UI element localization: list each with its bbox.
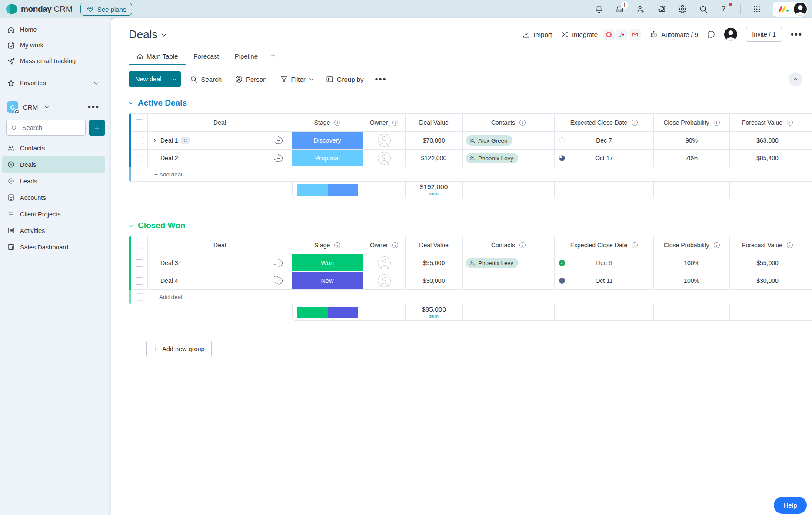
- owner-avatar-placeholder[interactable]: [378, 274, 391, 287]
- settings-gear-icon[interactable]: [678, 4, 687, 14]
- deal-value-cell[interactable]: $55,000: [406, 254, 463, 272]
- add-new-group-button[interactable]: + Add new group: [146, 341, 212, 357]
- info-icon[interactable]: i: [519, 242, 526, 248]
- board-discussion-icon[interactable]: [707, 30, 715, 39]
- chevron-down-icon[interactable]: [94, 80, 99, 85]
- row-checkbox[interactable]: [136, 155, 143, 162]
- forecast-value-cell[interactable]: $55,000: [730, 254, 805, 272]
- owner-cell[interactable]: [363, 272, 406, 290]
- apps-marketplace-icon[interactable]: [657, 4, 666, 14]
- info-icon[interactable]: i: [787, 242, 793, 248]
- expected-close-date-cell[interactable]: Dec 7: [555, 132, 654, 150]
- deal-value-cell[interactable]: $30,000: [406, 272, 463, 290]
- stage-label[interactable]: New: [292, 272, 363, 289]
- column-header-close-probability[interactable]: Close Probabilityi: [654, 113, 730, 132]
- owner-avatar-placeholder[interactable]: [378, 152, 391, 165]
- contact-chip[interactable]: Phoenix Levy: [466, 258, 518, 268]
- filter-button[interactable]: Filter: [276, 72, 317, 87]
- help-button[interactable]: Help: [774, 497, 807, 514]
- sidebar-item-home[interactable]: Home: [0, 22, 111, 37]
- person-filter-button[interactable]: Person: [230, 72, 271, 87]
- board-owner-avatar[interactable]: [724, 28, 737, 41]
- info-icon[interactable]: i: [714, 242, 720, 248]
- select-all-checkbox[interactable]: [136, 119, 143, 126]
- contacts-cell[interactable]: [463, 272, 555, 290]
- close-probability-cell[interactable]: 90%: [654, 132, 730, 150]
- column-header-expected-close-date[interactable]: Expected Close Datei: [555, 236, 654, 254]
- row-checkbox[interactable]: [136, 137, 143, 144]
- subitem-count-badge[interactable]: 3: [181, 137, 189, 144]
- owner-avatar-placeholder[interactable]: [378, 256, 391, 269]
- add-update-icon[interactable]: [274, 136, 283, 145]
- add-update-icon[interactable]: [274, 154, 283, 163]
- integration-app-badges[interactable]: [603, 29, 641, 40]
- product-switcher-grid-icon[interactable]: [752, 4, 762, 14]
- group-by-button[interactable]: Group by: [321, 72, 368, 87]
- column-header-owner[interactable]: Owneri: [363, 113, 406, 132]
- sidebar-workspace-crm[interactable]: C CRM •••: [0, 97, 111, 116]
- automate-button[interactable]: Automate / 9: [649, 30, 698, 39]
- owner-cell[interactable]: [363, 132, 406, 150]
- column-header-forecast-value[interactable]: Forecast Valuei: [730, 113, 805, 132]
- owner-cell[interactable]: [363, 254, 406, 272]
- add-view-button[interactable]: +: [266, 47, 281, 65]
- import-button[interactable]: Import: [522, 30, 552, 39]
- toolbar-more-options-icon[interactable]: •••: [373, 77, 389, 81]
- notifications-bell-icon[interactable]: [594, 4, 604, 14]
- new-deal-button[interactable]: New deal: [129, 71, 181, 87]
- sidebar-search-input[interactable]: [21, 124, 81, 132]
- forecast-value-cell[interactable]: $63,000: [730, 132, 805, 150]
- column-header-deal[interactable]: Deal: [148, 236, 292, 254]
- deal-value-cell[interactable]: $122,000: [406, 150, 463, 167]
- tab-pipeline[interactable]: Pipeline: [227, 49, 266, 65]
- info-icon[interactable]: i: [392, 120, 398, 126]
- close-probability-cell[interactable]: 70%: [654, 150, 730, 167]
- row-checkbox[interactable]: [136, 277, 143, 285]
- sidebar-item-sales-dashboard[interactable]: Sales Dashboard: [2, 239, 105, 255]
- column-header-owner[interactable]: Owneri: [363, 236, 406, 254]
- owner-avatar-placeholder[interactable]: [378, 134, 391, 147]
- tab-main-table[interactable]: Main Table: [129, 49, 186, 65]
- column-header-close-probability[interactable]: Close Probabilityi: [654, 236, 730, 254]
- sum-label[interactable]: sum: [429, 313, 439, 319]
- contacts-cell[interactable]: Alex Green: [463, 132, 555, 150]
- board-title[interactable]: Deals: [129, 28, 166, 41]
- search-button[interactable]: Search: [185, 72, 226, 87]
- stage-label[interactable]: Discovery: [292, 132, 363, 149]
- sidebar-section-favorites[interactable]: Favorites: [0, 75, 111, 91]
- integrate-button[interactable]: Integrate: [561, 30, 598, 39]
- stage-label[interactable]: Won: [292, 254, 363, 272]
- monday-logo-icon[interactable]: [6, 3, 17, 15]
- group-collapse-icon[interactable]: [129, 223, 133, 227]
- info-icon[interactable]: i: [632, 120, 638, 126]
- add-deal-button[interactable]: + Add deal: [148, 290, 812, 304]
- close-probability-cell[interactable]: 100%: [654, 254, 730, 272]
- collapse-header-button[interactable]: [789, 72, 802, 86]
- info-icon[interactable]: i: [714, 120, 720, 126]
- deal-name[interactable]: Deal 4: [160, 277, 178, 284]
- expected-close-date-cell[interactable]: Oct 11: [555, 272, 654, 290]
- contact-chip[interactable]: Phoenix Levy: [466, 153, 518, 163]
- deal-value-cell[interactable]: $70,000: [406, 132, 463, 150]
- column-header-deal-value[interactable]: Deal Value: [406, 236, 463, 254]
- group-name[interactable]: Active Deals: [138, 98, 187, 108]
- see-plans-button[interactable]: See plans: [80, 3, 133, 16]
- add-update-icon[interactable]: [274, 276, 283, 286]
- column-header-contacts[interactable]: Contactsi: [463, 113, 555, 132]
- info-icon[interactable]: i: [632, 242, 638, 248]
- column-header-stage[interactable]: Stagei: [292, 236, 363, 254]
- sidebar-item-client-projects[interactable]: Client Projects: [2, 206, 105, 222]
- search-icon[interactable]: [699, 4, 708, 14]
- deal-name[interactable]: Deal 1: [160, 137, 178, 144]
- column-header-forecast-value[interactable]: Forecast Valuei: [730, 236, 805, 254]
- column-header-contacts[interactable]: Contactsi: [463, 236, 555, 254]
- sidebar-search[interactable]: [6, 120, 86, 136]
- add-column-area[interactable]: [805, 236, 812, 254]
- stage-distribution-bar[interactable]: [297, 184, 358, 196]
- user-avatar[interactable]: [793, 2, 808, 17]
- invite-button[interactable]: Invite / 1: [746, 27, 782, 42]
- expected-close-date-cell[interactable]: Oct 17: [555, 150, 654, 167]
- expand-subitems-icon[interactable]: [151, 139, 157, 142]
- contact-chip[interactable]: Alex Green: [466, 135, 512, 146]
- group-collapse-icon[interactable]: [129, 100, 133, 105]
